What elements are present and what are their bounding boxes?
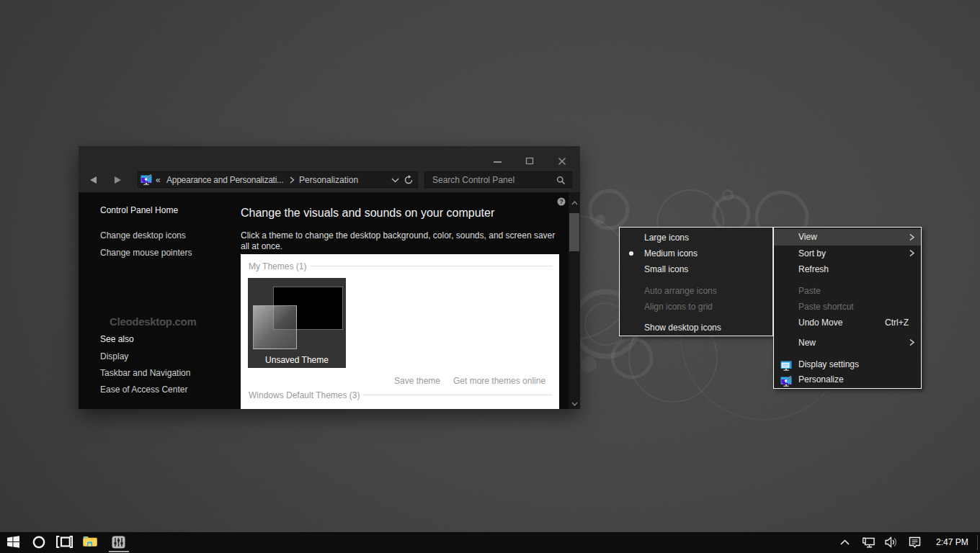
svg-text:?: ? <box>559 198 564 205</box>
